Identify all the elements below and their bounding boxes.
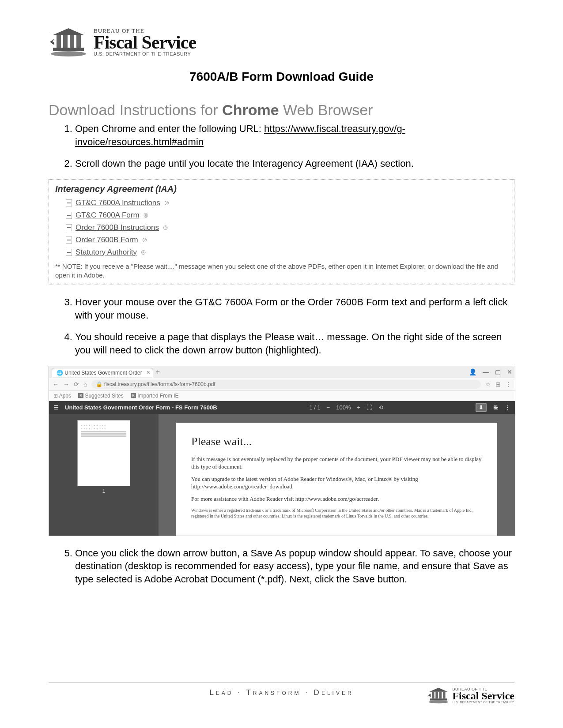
menu-icon[interactable]: ⋮ — [505, 381, 511, 388]
svg-rect-14 — [67, 227, 71, 228]
user-icon[interactable]: 👤 — [469, 368, 476, 375]
reload-icon[interactable]: ⟳ — [74, 381, 79, 388]
section-title: Download Instructions for Chrome Web Bro… — [49, 101, 514, 119]
pdf-icon — [66, 249, 72, 256]
svg-text:★: ★ — [52, 39, 56, 44]
step-5: Once you click the down arrow button, a … — [75, 547, 514, 586]
close-tab-icon[interactable]: ✕ — [146, 370, 150, 375]
please-wait-text: You can upgrade to the latest version of… — [191, 475, 482, 491]
svg-rect-3 — [63, 35, 68, 48]
suggested-bookmark[interactable]: 🅱 Suggested Sites — [78, 393, 124, 399]
iaa-item[interactable]: Statutory Authority® — [66, 248, 508, 257]
please-wait-text: For more assistance with Adobe Reader vi… — [191, 495, 482, 503]
svg-marker-25 — [430, 688, 448, 692]
pdf-title: United States Government Order Form - FS… — [65, 404, 217, 411]
pdf-page: Please wait... If this message is not ev… — [176, 423, 497, 536]
svg-rect-2 — [57, 35, 61, 48]
rotate-icon[interactable]: ⟲ — [378, 404, 383, 411]
star-icon[interactable]: ☆ — [485, 381, 491, 388]
svg-rect-18 — [67, 252, 71, 253]
zoom-level: 100% — [336, 404, 351, 411]
svg-rect-16 — [67, 240, 71, 240]
iaa-item[interactable]: GT&C 7600A Form® — [66, 211, 508, 220]
header-logo: ★ BUREAU OF THE Fiscal Service U.S. DEPA… — [49, 26, 514, 57]
forward-icon[interactable]: → — [63, 381, 69, 388]
extension-icon[interactable]: ⊞ — [495, 381, 501, 388]
iaa-title: Interagency Agreement (IAA) — [55, 184, 508, 194]
svg-rect-12 — [67, 215, 71, 216]
step-1: Open Chrome and enter the following URL:… — [75, 122, 514, 148]
footer-logo-icon — [427, 687, 450, 704]
please-wait-heading: Please wait... — [191, 435, 482, 448]
step-3: Hover your mouse over the GT&C 7600A For… — [75, 296, 514, 322]
svg-rect-4 — [70, 35, 74, 48]
svg-rect-1 — [53, 48, 84, 51]
pdf-thumbnail[interactable]: · · · · · · · · · · · · · · · · · · · · — [77, 420, 130, 486]
logo-sub-text: U.S. DEPARTMENT OF THE TREASURY — [94, 51, 196, 56]
browser-tab[interactable]: 🌐 United States Government Order ✕ — [52, 368, 153, 377]
minimize-icon[interactable]: — — [483, 368, 489, 375]
svg-rect-21 — [432, 692, 435, 699]
pdf-icon — [66, 199, 72, 206]
zoom-in-icon[interactable]: + — [357, 404, 361, 411]
svg-rect-20 — [430, 698, 447, 700]
svg-marker-26 — [428, 694, 431, 697]
svg-rect-10 — [67, 203, 71, 203]
globe-icon: 🌐 — [57, 370, 63, 376]
footer-logo: BUREAU OF THE Fiscal Service U.S. DEPART… — [427, 687, 514, 704]
iaa-item[interactable]: Order 7600B Form® — [66, 236, 508, 244]
step-4: You should receive a page that displays … — [75, 330, 514, 356]
home-icon[interactable]: ⌂ — [83, 381, 87, 388]
logo-main-text: Fiscal Service — [94, 34, 196, 51]
step-2: Scroll down the page until you locate th… — [75, 157, 514, 170]
logo-mark-icon: ★ — [49, 26, 88, 57]
apps-bookmark[interactable]: ⊞ Apps — [53, 393, 71, 399]
page-indicator: 1 / 1 — [309, 404, 320, 411]
fit-page-icon[interactable]: ⛶ — [367, 404, 372, 411]
new-tab-button[interactable]: + — [156, 368, 160, 376]
imported-bookmark[interactable]: 🅱 Imported From IE — [131, 393, 179, 399]
svg-rect-22 — [436, 692, 438, 699]
please-wait-footnote: Windows is either a registered trademark… — [191, 507, 482, 519]
lock-icon: 🔒 — [96, 381, 102, 387]
pdf-icon — [66, 224, 72, 231]
please-wait-text: If this message is not eventually replac… — [191, 455, 482, 471]
maximize-icon[interactable]: ▢ — [495, 368, 501, 375]
print-icon[interactable]: 🖶 — [493, 404, 499, 411]
svg-rect-23 — [439, 692, 442, 699]
svg-rect-24 — [443, 692, 446, 699]
iaa-screenshot: Interagency Agreement (IAA) GT&C 7600A I… — [49, 179, 514, 285]
iaa-item[interactable]: GT&C 7600A Instructions® — [66, 199, 508, 207]
pdf-more-icon[interactable]: ⋮ — [505, 404, 510, 411]
pdf-icon — [66, 236, 72, 244]
address-bar[interactable]: 🔒 fiscal.treasury.gov/files/forms/fs-for… — [91, 380, 481, 389]
pdf-icon — [66, 212, 72, 219]
close-window-icon[interactable]: ✕ — [507, 368, 512, 375]
document-title: 7600A/B Form Download Guide — [49, 70, 514, 84]
back-icon[interactable]: ← — [53, 381, 59, 388]
zoom-out-icon[interactable]: − — [327, 404, 330, 411]
iaa-note: ** NOTE: If you receive a "Please wait..… — [55, 262, 508, 279]
svg-rect-5 — [76, 35, 81, 48]
iaa-item[interactable]: Order 7600B Instructions® — [66, 223, 508, 232]
download-icon[interactable]: ⬇ — [476, 403, 487, 412]
svg-point-19 — [429, 701, 448, 704]
thumbnail-number: 1 — [77, 488, 130, 494]
svg-marker-6 — [52, 28, 85, 35]
svg-point-0 — [51, 51, 86, 56]
pdf-menu-icon[interactable]: ☰ — [53, 404, 59, 411]
page-footer: Lead · Transform · Deliver BUREAU OF THE… — [49, 683, 514, 697]
browser-screenshot: 🌐 United States Government Order ✕ + 👤 —… — [49, 366, 515, 536]
